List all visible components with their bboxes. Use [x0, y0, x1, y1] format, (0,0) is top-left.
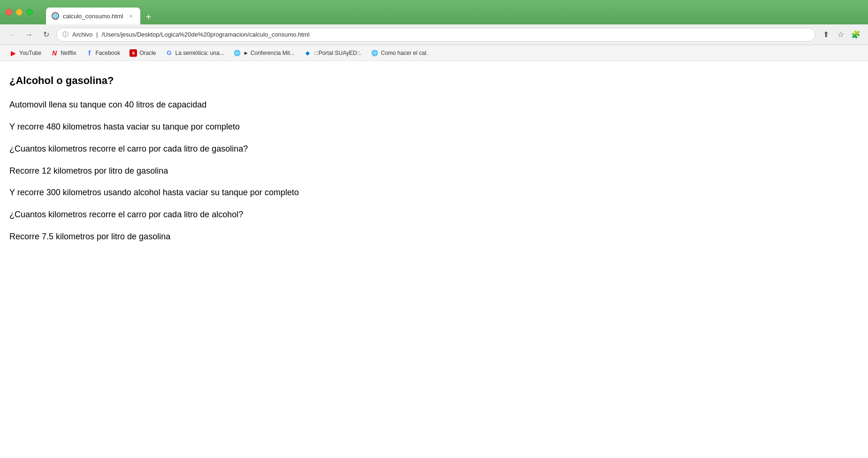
minimize-window-button[interactable] [16, 9, 23, 15]
address-separator: | [96, 31, 98, 38]
bookmark-como[interactable]: 🌐 Como hacer el cal. [367, 48, 432, 58]
bookmark-suayed[interactable]: ◆ :::Portal SUAyED::. [300, 48, 365, 58]
bookmark-suayed-label: :::Portal SUAyED::. [314, 50, 362, 56]
bookmark-youtube[interactable]: ▶ YouTube [6, 48, 45, 58]
paragraph-3: ¿Cuantos kilometros recorre el carro por… [9, 142, 859, 156]
tab-title: calculo_consumo.html [63, 13, 123, 20]
bookmark-facebook[interactable]: f Facebook [82, 48, 124, 58]
address-bar-actions: ⬆ ☆ 🧩 [819, 28, 862, 41]
google-icon: G [166, 49, 173, 57]
paragraph-5: Y recorre 300 kilometros usando alcohol … [9, 186, 859, 199]
netflix-icon: N [51, 49, 58, 57]
bookmarks-bar: ▶ YouTube N Netflix f Facebook a Oracle … [0, 45, 868, 61]
paragraph-6: ¿Cuantos kilometros recorre el carro por… [9, 208, 859, 221]
bookmark-como-label: Como hacer el cal. [381, 50, 428, 56]
tab-close-button[interactable]: × [127, 12, 135, 20]
share-button[interactable]: ⬆ [819, 28, 832, 41]
bookmark-facebook-label: Facebook [96, 50, 121, 56]
bookmark-conferencia[interactable]: 🌐 ► Conferencia Mit... [230, 48, 298, 58]
paragraph-4: Recorre 12 kilometros por litro de gasol… [9, 164, 859, 178]
page-content: ¿Alcohol o gasolina? Automovil llena su … [0, 61, 868, 263]
bookmark-button[interactable]: ☆ [834, 28, 847, 41]
address-bar-row: ← → ↻ ⓘ Archivo | /Users/jesus/Desktop/L… [0, 24, 868, 45]
bookmark-netflix-label: Netflix [61, 50, 76, 56]
fullscreen-window-button[interactable] [26, 9, 33, 15]
oracle-icon: a [129, 49, 137, 57]
bookmark-youtube-label: YouTube [19, 50, 41, 56]
paragraph-1: Automovil llena su tanque con 40 litros … [9, 98, 859, 112]
suayed-icon: ◆ [304, 49, 312, 57]
como-icon: 🌐 [371, 49, 379, 57]
bookmark-semiotica[interactable]: G La semiótica: una... [162, 48, 228, 58]
bookmark-netflix[interactable]: N Netflix [47, 48, 80, 58]
tab-globe-icon: 🌐 [52, 12, 59, 20]
facebook-icon: f [86, 49, 93, 57]
extensions-button[interactable]: 🧩 [849, 28, 862, 41]
reload-button[interactable]: ↻ [39, 28, 53, 41]
new-tab-button[interactable]: + [142, 10, 155, 23]
bookmark-oracle[interactable]: a Oracle [126, 48, 160, 58]
paragraph-2: Y recorre 480 kilometros hasta vaciar su… [9, 120, 859, 134]
youtube-icon: ▶ [9, 49, 17, 57]
title-bar: 🌐 calculo_consumo.html × + [0, 0, 868, 24]
url-text: /Users/jesus/Desktop/Logica%20de%20progr… [102, 31, 310, 38]
bookmark-oracle-label: Oracle [139, 50, 156, 56]
lock-icon: ⓘ [62, 31, 69, 39]
tab-bar: 🌐 calculo_consumo.html × + [46, 0, 155, 24]
traffic-lights [6, 9, 33, 15]
bookmark-semiotica-label: La semiótica: una... [175, 50, 224, 56]
protocol-label: Archivo [72, 31, 92, 38]
forward-button[interactable]: → [23, 28, 36, 41]
bookmark-conferencia-label: ► Conferencia Mit... [244, 50, 295, 56]
address-bar[interactable]: ⓘ Archivo | /Users/jesus/Desktop/Logica%… [56, 28, 815, 42]
page-title: ¿Alcohol o gasolina? [9, 72, 859, 89]
close-window-button[interactable] [6, 9, 12, 15]
conferencia-icon: 🌐 [234, 49, 241, 57]
paragraph-7: Recorre 7.5 kilometros por litro de gaso… [9, 230, 859, 244]
back-button[interactable]: ← [6, 28, 19, 41]
active-tab[interactable]: 🌐 calculo_consumo.html × [46, 8, 140, 24]
